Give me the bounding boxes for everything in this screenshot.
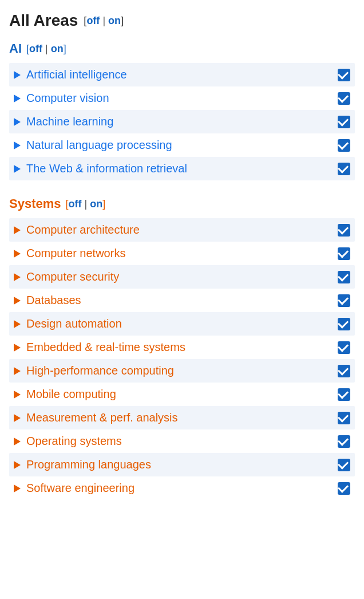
- list-item[interactable]: The Web & information retrieval: [9, 157, 355, 180]
- item-label: Computer architecture: [26, 223, 140, 237]
- title-text: All Areas: [9, 11, 78, 30]
- list-item[interactable]: Computer networks: [9, 242, 355, 265]
- checkbox[interactable]: [338, 341, 350, 354]
- checkbox[interactable]: [338, 294, 350, 307]
- item-list-systems: Computer architecture Computer networks …: [9, 218, 355, 500]
- checkbox[interactable]: [338, 69, 350, 81]
- arrow-icon: [14, 320, 21, 328]
- item-left: Programming languages: [14, 458, 151, 471]
- item-left: High-performance computing: [14, 364, 174, 377]
- checkbox[interactable]: [338, 139, 350, 152]
- item-label: Mobile computing: [26, 388, 116, 401]
- list-item[interactable]: Programming languages: [9, 453, 355, 476]
- arrow-icon: [14, 273, 21, 281]
- item-left: Computer networks: [14, 247, 125, 260]
- page-title: All Areas [off | on]: [9, 11, 355, 30]
- item-left: Artificial intelligence: [14, 68, 127, 81]
- list-item[interactable]: Operating systems: [9, 429, 355, 453]
- all-areas-off[interactable]: off: [86, 15, 100, 26]
- item-left: Software engineering: [14, 482, 134, 495]
- arrow-icon: [14, 94, 21, 103]
- item-label: Machine learning: [26, 115, 113, 128]
- item-label: Computer networks: [26, 247, 125, 260]
- arrow-icon: [14, 297, 21, 305]
- all-areas-toggle[interactable]: [off | on]: [84, 15, 124, 27]
- list-item[interactable]: Databases: [9, 289, 355, 312]
- list-item[interactable]: Mobile computing: [9, 383, 355, 406]
- item-label: Artificial intelligence: [26, 68, 127, 81]
- arrow-icon: [14, 391, 21, 399]
- checkbox[interactable]: [338, 116, 350, 128]
- section-toggle-ai[interactable]: [off | on]: [26, 43, 66, 55]
- item-list-ai: Artificial intelligence Computer vision …: [9, 63, 355, 180]
- item-left: Measurement & perf. analysis: [14, 411, 178, 424]
- list-item[interactable]: Computer architecture: [9, 218, 355, 242]
- all-areas-on[interactable]: on: [108, 15, 121, 26]
- list-item[interactable]: Measurement & perf. analysis: [9, 406, 355, 429]
- list-item[interactable]: Software engineering: [9, 476, 355, 500]
- list-item[interactable]: Artificial intelligence: [9, 63, 355, 86]
- item-label: Natural language processing: [26, 139, 172, 152]
- item-left: Databases: [14, 294, 81, 307]
- section-off-ai[interactable]: off: [29, 43, 42, 54]
- list-item[interactable]: Machine learning: [9, 110, 355, 133]
- checkbox[interactable]: [338, 318, 350, 330]
- item-label: High-performance computing: [26, 364, 174, 377]
- item-label: Computer vision: [26, 92, 109, 105]
- checkbox[interactable]: [338, 92, 350, 105]
- item-left: Mobile computing: [14, 388, 116, 401]
- list-item[interactable]: Computer vision: [9, 86, 355, 110]
- item-label: Operating systems: [26, 435, 122, 448]
- checkbox[interactable]: [338, 482, 350, 495]
- section-toggle-systems[interactable]: [off | on]: [66, 198, 106, 210]
- arrow-icon: [14, 344, 21, 352]
- arrow-icon: [14, 461, 21, 469]
- list-item[interactable]: Computer security: [9, 265, 355, 289]
- checkbox[interactable]: [338, 388, 350, 401]
- item-left: Operating systems: [14, 435, 122, 448]
- arrow-icon: [14, 141, 21, 149]
- item-label: Databases: [26, 294, 81, 307]
- checkbox[interactable]: [338, 163, 350, 175]
- checkbox[interactable]: [338, 435, 350, 448]
- checkbox[interactable]: [338, 412, 350, 424]
- item-label: Design automation: [26, 317, 122, 330]
- item-left: Machine learning: [14, 115, 113, 128]
- checkbox[interactable]: [338, 224, 350, 237]
- item-label: Measurement & perf. analysis: [26, 411, 178, 424]
- item-label: Software engineering: [26, 482, 134, 495]
- item-label: The Web & information retrieval: [26, 162, 187, 175]
- arrow-icon: [14, 367, 21, 375]
- arrow-icon: [14, 71, 21, 79]
- item-left: The Web & information retrieval: [14, 162, 187, 175]
- arrow-icon: [14, 250, 21, 258]
- checkbox[interactable]: [338, 459, 350, 471]
- list-item[interactable]: Natural language processing: [9, 133, 355, 157]
- item-left: Natural language processing: [14, 139, 172, 152]
- section-header-systems: Systems [off | on]: [9, 196, 355, 211]
- item-label: Embedded & real-time systems: [26, 341, 185, 354]
- item-label: Programming languages: [26, 458, 151, 471]
- checkbox[interactable]: [338, 271, 350, 283]
- arrow-icon: [14, 165, 21, 173]
- arrow-icon: [14, 226, 21, 234]
- item-left: Design automation: [14, 317, 122, 330]
- item-left: Computer vision: [14, 92, 109, 105]
- checkbox[interactable]: [338, 247, 350, 260]
- list-item[interactable]: High-performance computing: [9, 359, 355, 383]
- item-label: Computer security: [26, 270, 119, 283]
- item-left: Computer architecture: [14, 223, 140, 237]
- section-on-ai[interactable]: on: [51, 43, 64, 54]
- item-left: Computer security: [14, 270, 119, 283]
- arrow-icon: [14, 438, 21, 446]
- arrow-icon: [14, 484, 21, 492]
- section-label-ai: AI: [9, 41, 22, 56]
- arrow-icon: [14, 118, 21, 126]
- section-on-systems[interactable]: on: [90, 198, 102, 210]
- checkbox[interactable]: [338, 365, 350, 377]
- list-item[interactable]: Design automation: [9, 312, 355, 336]
- section-off-systems[interactable]: off: [69, 198, 82, 210]
- item-left: Embedded & real-time systems: [14, 341, 185, 354]
- arrow-icon: [14, 414, 21, 422]
- list-item[interactable]: Embedded & real-time systems: [9, 336, 355, 359]
